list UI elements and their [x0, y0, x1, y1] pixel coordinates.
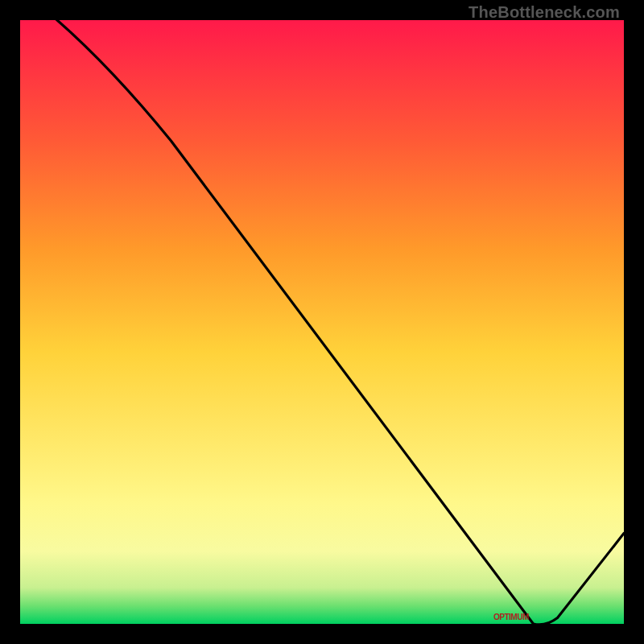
bottleneck-chart	[20, 20, 624, 624]
watermark-text: TheBottleneck.com	[469, 3, 620, 22]
optimum-marker-label: OPTIMUM	[493, 613, 529, 621]
chart-background-gradient	[20, 20, 624, 624]
chart-frame	[20, 20, 624, 624]
